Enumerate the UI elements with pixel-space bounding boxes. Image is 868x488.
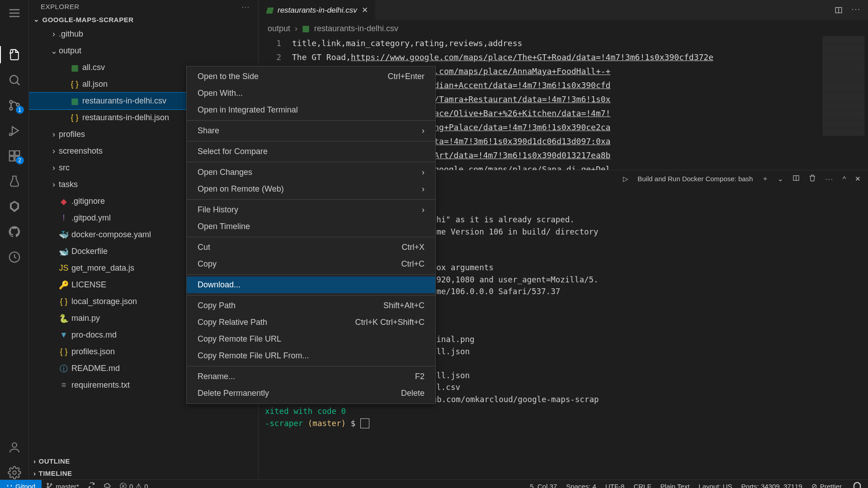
github-icon[interactable] xyxy=(8,225,21,239)
dockerfile-icon: 🐋 xyxy=(59,247,69,257)
trash-icon[interactable] xyxy=(809,174,816,183)
cloud-icon[interactable] xyxy=(8,250,21,264)
status-eol[interactable]: CRLF xyxy=(629,480,656,488)
sidebar-title: EXPLORER xyxy=(41,3,80,10)
folder-item[interactable]: ›.github xyxy=(29,26,258,42)
ctx-share[interactable]: Share› xyxy=(187,122,435,139)
project-header[interactable]: ⌄ GOOGLE-MAPS-SCRAPER xyxy=(29,13,258,26)
csv-icon: ▦ xyxy=(70,63,80,73)
close-icon[interactable]: ✕ xyxy=(362,5,368,15)
status-bar: Gitpod master* ⓧ0 ⚠0 5, Col 37 Spaces: 4… xyxy=(0,479,868,488)
terminal-task-label[interactable]: Build and Run Docker Compose: bash xyxy=(637,175,753,183)
ctx-open-changes[interactable]: Open Changes› xyxy=(187,164,435,181)
chevron-right-icon: › xyxy=(49,130,59,139)
svg-point-9 xyxy=(9,133,11,136)
explorer-icon[interactable] xyxy=(8,48,21,61)
chevron-right-icon: › xyxy=(33,457,36,465)
ctx-copy-relative-path[interactable]: Copy Relative PathCtrl+K Ctrl+Shift+C xyxy=(187,314,435,331)
py-icon: 🐍 xyxy=(59,314,69,324)
split-editor-icon[interactable] xyxy=(835,5,843,15)
status-problems[interactable]: ⓧ0 ⚠0 xyxy=(115,480,153,488)
svg-rect-11 xyxy=(9,156,14,161)
json-icon: { } xyxy=(59,347,69,357)
status-indent[interactable]: Spaces: 4 xyxy=(561,480,601,488)
source-control-icon[interactable]: 1 xyxy=(8,99,21,112)
gitpod-icon[interactable] xyxy=(8,200,21,213)
json-icon: { } xyxy=(70,80,80,89)
play-icon[interactable]: ▷ xyxy=(623,175,628,183)
status-bell-icon[interactable] xyxy=(846,480,868,488)
status-cloud[interactable] xyxy=(99,480,115,488)
ctx-delete-permanently[interactable]: Delete PermanentlyDelete xyxy=(187,385,435,402)
status-language[interactable]: Plain Text xyxy=(656,480,694,488)
csv-icon: ▦ xyxy=(266,5,273,15)
ctx-copy[interactable]: CopyCtrl+C xyxy=(187,256,435,272)
ctx-open-on-remote-web[interactable]: Open on Remote (Web)› xyxy=(187,181,435,197)
ctx-rename[interactable]: Rename...F2 xyxy=(187,368,435,385)
txt-icon: ≡ xyxy=(59,380,69,390)
chevron-right-icon: › xyxy=(49,163,59,173)
folder-item[interactable]: ⌄output xyxy=(29,42,258,59)
ctx-open-timeline[interactable]: Open Timeline xyxy=(187,218,435,235)
timeline-header[interactable]: › TIMELINE xyxy=(29,467,258,479)
menu-icon[interactable] xyxy=(8,6,21,20)
new-terminal-icon[interactable]: ＋ xyxy=(762,174,769,183)
extensions-icon[interactable]: 2 xyxy=(8,149,21,163)
ctx-download[interactable]: Download... xyxy=(187,277,435,293)
svg-rect-13 xyxy=(15,151,19,155)
csv-icon: ▦ xyxy=(302,23,310,33)
sync-icon xyxy=(88,482,95,488)
more-icon[interactable]: ··· xyxy=(241,3,250,10)
json-icon: { } xyxy=(70,113,80,122)
svg-point-23 xyxy=(51,483,52,485)
js-icon: JS xyxy=(59,263,69,273)
md-icon: ▼ xyxy=(59,330,69,340)
status-prettier[interactable]: ⊘ Prettier xyxy=(807,480,846,488)
more-actions-icon[interactable]: ··· xyxy=(852,5,861,15)
chevron-up-icon[interactable]: ^ xyxy=(843,175,846,183)
ctx-open-with[interactable]: Open With... xyxy=(187,85,435,102)
json-icon: { } xyxy=(59,297,69,306)
settings-gear-icon[interactable] xyxy=(8,466,21,479)
search-icon[interactable] xyxy=(8,73,21,87)
ctx-copy-remote-file-url-from[interactable]: Copy Remote File URL From... xyxy=(187,347,435,364)
status-ports[interactable]: Ports: 34309, 37119 xyxy=(737,480,807,488)
split-terminal-icon[interactable] xyxy=(793,174,800,183)
run-debug-icon[interactable] xyxy=(8,124,21,137)
chevron-down-icon[interactable]: ⌄ xyxy=(778,175,783,183)
outline-header[interactable]: › OUTLINE xyxy=(29,455,258,467)
status-encoding[interactable]: UTF-8 xyxy=(601,480,629,488)
status-cursor[interactable]: 5, Col 37 xyxy=(525,480,561,488)
close-panel-icon[interactable]: ✕ xyxy=(855,175,861,183)
cloud-icon xyxy=(104,482,111,488)
status-remote[interactable]: Gitpod xyxy=(0,480,42,488)
testing-icon[interactable] xyxy=(8,174,21,188)
svg-point-21 xyxy=(47,483,48,484)
line-gutter: 1 2 xyxy=(259,36,288,64)
ctx-open-to-the-side[interactable]: Open to the SideCtrl+Enter xyxy=(187,68,435,85)
ctx-file-history[interactable]: File History› xyxy=(187,202,435,218)
remote-icon xyxy=(6,483,13,488)
ctx-open-in-integrated-terminal[interactable]: Open in Integrated Terminal xyxy=(187,102,435,118)
status-sync[interactable] xyxy=(84,480,99,488)
chevron-right-icon: › xyxy=(49,29,59,39)
accounts-icon[interactable] xyxy=(8,441,21,454)
chevron-right-icon: › xyxy=(33,469,36,477)
git-icon: ◆ xyxy=(59,197,69,206)
status-branch[interactable]: master* xyxy=(42,480,84,488)
chevron-right-icon: › xyxy=(295,24,297,33)
ctx-cut[interactable]: CutCtrl+X xyxy=(187,239,435,256)
minimap[interactable] xyxy=(823,36,864,136)
ctx-copy-remote-file-url[interactable]: Copy Remote File URL xyxy=(187,331,435,347)
svg-point-22 xyxy=(47,487,48,488)
chevron-right-icon: › xyxy=(49,146,59,156)
editor-tab[interactable]: ▦ restaurants-in-delhi.csv ✕ xyxy=(259,0,376,20)
breadcrumbs[interactable]: output › ▦ restaurants-in-delhi.csv xyxy=(259,21,868,36)
more-icon[interactable]: ··· xyxy=(825,175,834,183)
tab-bar: ▦ restaurants-in-delhi.csv ✕ ··· xyxy=(259,0,868,21)
scm-badge: 1 xyxy=(16,106,24,114)
ctx-select-for-compare[interactable]: Select for Compare xyxy=(187,143,435,160)
status-layout[interactable]: Layout: US xyxy=(694,480,736,488)
chevron-right-icon: › xyxy=(49,180,59,189)
ctx-copy-path[interactable]: Copy PathShift+Alt+C xyxy=(187,297,435,314)
